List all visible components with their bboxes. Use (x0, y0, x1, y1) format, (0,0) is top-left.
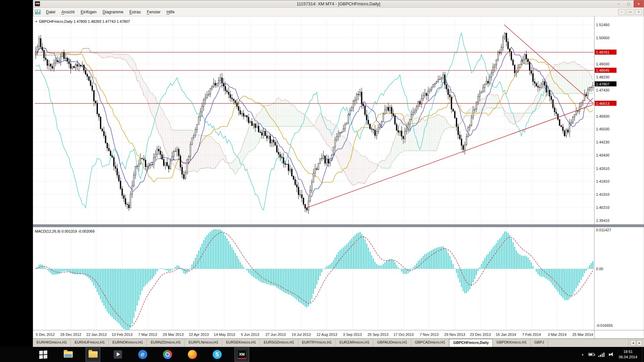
firefox-icon (188, 350, 197, 359)
svg-text:27 Jun 2013: 27 Jun 2013 (265, 333, 286, 337)
svg-text:1.49030: 1.49030 (596, 62, 609, 66)
window-title: 11157314: XM MT4 - [GBPCHFmicro,Daily] (33, 1, 644, 6)
svg-text:1.50650: 1.50650 (596, 36, 609, 40)
close-child-button[interactable]: × (635, 9, 642, 15)
price-chart-canvas[interactable]: 1.514501.506501.490301.482301.474301.458… (33, 16, 644, 339)
file-explorer-taskbar-button[interactable] (61, 348, 75, 361)
taskbar-icons: XM (36, 348, 249, 361)
symbol-tab-GBPCHFmicro,Daily[interactable]: GBPCHFmicro,Daily (449, 339, 493, 347)
show-desktop-button[interactable] (642, 347, 644, 362)
svg-text:1.41810: 1.41810 (596, 179, 609, 183)
file-explorer-icon (64, 351, 73, 358)
menu-item-ansicht[interactable]: Ansicht (58, 8, 77, 16)
xm-mt4-taskbar-button[interactable]: XM (235, 348, 249, 361)
symbol-tab-EURHUFmicro,H1[interactable]: EURHUFmicro,H1 (71, 339, 109, 347)
symbol-ohlc-label: GBPCHFmicro,Daily 1.47800 1.48269 1.4774… (39, 19, 130, 23)
symbol-tab-GBPJ[interactable]: GBPJ (531, 339, 548, 347)
svg-text:16 Jan 2014: 16 Jan 2014 (496, 333, 516, 337)
svg-text:13 Feb 2013: 13 Feb 2013 (112, 333, 132, 337)
symbol-tab-EURNZDmicro,H1[interactable]: EURNZDmicro,H1 (147, 339, 185, 347)
svg-text:1.47807: 1.47807 (596, 82, 609, 86)
svg-text:28 Dec 2012: 28 Dec 2012 (60, 333, 81, 337)
svg-text:12 Aug 2013: 12 Aug 2013 (316, 333, 337, 337)
svg-text:1.42610: 1.42610 (596, 167, 609, 171)
xm-app-icon: XM (35, 1, 40, 6)
folder-taskbar-button[interactable] (86, 348, 100, 361)
symbol-tabs-bar: EURHKDmicro,H1EURHUFmicro,H1EURNOKmicro,… (33, 339, 644, 347)
maximize-button[interactable]: □ (624, 0, 634, 7)
chart-icon (35, 10, 41, 14)
menu-item-fenster[interactable]: Fenster (144, 8, 164, 16)
volume-icon[interactable] (609, 352, 614, 357)
symbol-tab-EURTRYmicro,H1[interactable]: EURTRYmicro,H1 (298, 339, 336, 347)
symbol-tab-EURPLNmicro,H1[interactable]: EURPLNmicro,H1 (185, 339, 222, 347)
minimize-child-button[interactable]: − (618, 9, 626, 15)
svg-text:7 Feb 2014: 7 Feb 2014 (522, 333, 541, 337)
svg-text:5 Jun 2013: 5 Jun 2013 (241, 333, 259, 337)
chrome-taskbar-button[interactable] (160, 348, 174, 361)
svg-text:7 Nov 2013: 7 Nov 2013 (420, 333, 438, 337)
system-tray: ▲ 18:51 06.04.2014 (581, 349, 637, 360)
svg-text:1.44230: 1.44230 (596, 140, 609, 144)
symbol-tab-EURZARmicro,H1[interactable]: EURZARmicro,H1 (336, 339, 373, 347)
internet-explorer-taskbar-button[interactable] (136, 348, 150, 361)
svg-text:23 Dec 2013: 23 Dec 2013 (470, 333, 491, 337)
restore-child-button[interactable]: ▭ (627, 9, 634, 15)
start-taskbar-button[interactable] (36, 348, 50, 361)
clock-date: 06.04.2014 (619, 355, 637, 360)
taskbar-clock[interactable]: 18:51 06.04.2014 (619, 349, 637, 360)
symbol-tab-EURNOKmicro,H1[interactable]: EURNOKmicro,H1 (109, 339, 147, 347)
menu-item-extras[interactable]: Extras (126, 8, 144, 16)
mdi-window-controls: −▭× (617, 9, 642, 15)
symbol-tab-EURSGDmicro,H1[interactable]: EURSGDmicro,H1 (260, 339, 298, 347)
skype-taskbar-button[interactable] (210, 348, 224, 361)
svg-text:1.45830: 1.45830 (596, 114, 609, 118)
chart-symbol-header: ▼ GBPCHFmicro,Daily 1.47800 1.48269 1.47… (35, 19, 130, 23)
menu-bar: DateiAnsichtEinfügenDiagrammeExtrasFenst… (33, 8, 644, 16)
svg-text:1.49761: 1.49761 (596, 50, 609, 54)
tab-scroll-left-icon[interactable]: ◄ (630, 340, 636, 346)
minimize-button[interactable]: − (613, 0, 624, 7)
svg-text:1.45030: 1.45030 (596, 127, 609, 131)
menu-item-hilfe[interactable]: Hilfe (164, 8, 178, 16)
svg-text:1.51450: 1.51450 (596, 23, 609, 27)
symbol-dropdown-icon[interactable]: ▼ (35, 20, 38, 23)
start-icon (39, 350, 47, 359)
svg-text:5 Dec 2012: 5 Dec 2012 (36, 333, 55, 337)
tab-scroll-right-icon[interactable]: ► (637, 340, 642, 346)
symbol-tab-GBPDKKmicro,H1[interactable]: GBPDKKmicro,H1 (493, 339, 531, 347)
symbol-tab-EURSEKmicro,H1[interactable]: EURSEKmicro,H1 (222, 339, 260, 347)
tray-expander-icon[interactable]: ▲ (581, 353, 584, 356)
battery-icon[interactable] (588, 353, 594, 356)
menu-item-datei[interactable]: Datei (43, 8, 58, 16)
symbol-tab-EURHKDmicro,H1[interactable]: EURHKDmicro,H1 (33, 339, 71, 347)
svg-text:3 Mar 2014: 3 Mar 2014 (548, 333, 567, 337)
close-button[interactable]: × (634, 0, 644, 7)
network-icon[interactable] (598, 352, 604, 357)
svg-text:17 Oct 2013: 17 Oct 2013 (393, 333, 414, 337)
clock-time: 18:51 (619, 349, 637, 355)
svg-text:22 Apr 2013: 22 Apr 2013 (189, 333, 209, 337)
title-bar: XM 11157314: XM MT4 - [GBPCHFmicro,Daily… (33, 0, 644, 8)
svg-text:29 Mar 2013: 29 Mar 2013 (163, 333, 184, 337)
firefox-taskbar-button[interactable] (185, 348, 199, 361)
macd-indicator-label: MACD(12,26,9) 0.001319 -0.002069 (35, 229, 95, 233)
xm-mt4-icon: XM (237, 350, 247, 359)
svg-text:0.00: 0.00 (596, 267, 603, 271)
menu-item-einfügen[interactable]: Einfügen (77, 8, 99, 16)
svg-text:1.48645: 1.48645 (596, 68, 609, 72)
media-app-taskbar-button[interactable] (111, 348, 125, 361)
svg-text:29 Nov 2013: 29 Nov 2013 (444, 333, 465, 337)
folder-icon (89, 351, 98, 358)
symbol-tab-list: EURHKDmicro,H1EURHUFmicro,H1EURNOKmicro,… (33, 339, 628, 347)
chrome-icon (163, 350, 172, 359)
symbol-tab-GBPCADmicro,H1[interactable]: GBPCADmicro,H1 (411, 339, 449, 347)
taskbar: XM ▲ 18:51 06.04.2014 (0, 347, 644, 362)
svg-text:1.41010: 1.41010 (596, 192, 609, 196)
window-controls: −□× (613, 0, 644, 7)
svg-text:22 Jan 2013: 22 Jan 2013 (86, 333, 107, 337)
menu-items: DateiAnsichtEinfügenDiagrammeExtrasFenst… (43, 10, 178, 14)
svg-text:1.48230: 1.48230 (596, 75, 609, 79)
symbol-tab-GBPAUDmicro,H1[interactable]: GBPAUDmicro,H1 (373, 339, 411, 347)
menu-item-diagramme[interactable]: Diagramme (100, 8, 126, 16)
